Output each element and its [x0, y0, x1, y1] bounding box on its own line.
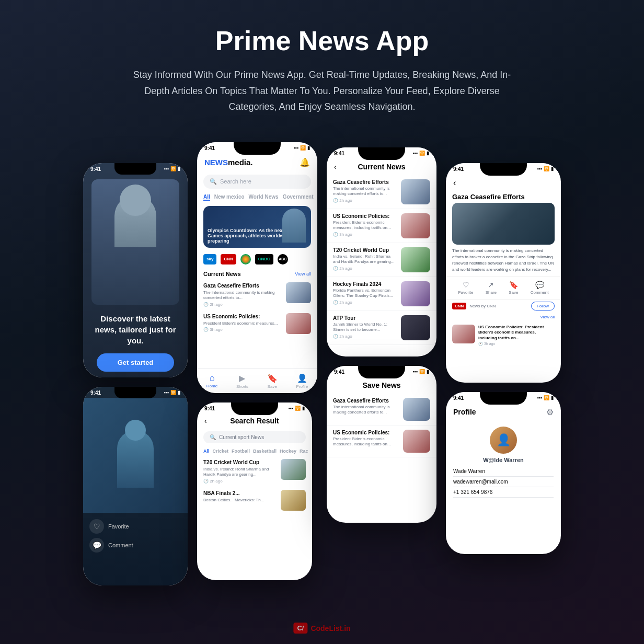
news-item-2-time: 🕐 3h ago [203, 327, 282, 332]
search-result-header: ‹ Search Result [197, 413, 312, 428]
back-arrow-search[interactable]: ‹ [204, 417, 207, 425]
save-item-2[interactable]: US Economic Policies: President Biden's … [327, 426, 436, 457]
fav-action[interactable]: ♡ Favorite [458, 281, 474, 295]
share-action[interactable]: ↗ Share [486, 281, 497, 295]
brand-nbc [240, 254, 251, 264]
sport-basketball[interactable]: Basketball [253, 448, 277, 454]
search-item-1[interactable]: T20 Cricket World Cup India vs. Ireland:… [197, 456, 312, 487]
notch [114, 163, 156, 175]
search-thumb-2 [281, 490, 306, 511]
cat-world[interactable]: World News [249, 194, 279, 201]
share-icon: ↗ [488, 281, 494, 289]
mini-thumb-1 [452, 325, 475, 343]
view-all-main[interactable]: View all [295, 271, 311, 277]
search-placeholder-main: Search here [220, 178, 251, 185]
current-item-2[interactable]: US Economic Policies: President Biden's … [327, 209, 436, 243]
col-far-right: 9:41 ▪▪▪ 🛜 ▮ ‹ Gaza Ceasefire Efforts Th… [446, 142, 561, 554]
cn-desc-3: India vs. Ireland: Rohit Sharma and Hard… [333, 254, 397, 265]
cnn-logo: CNN [452, 303, 466, 309]
search-input[interactable]: 🔍 Current sport News [203, 431, 306, 443]
sport-all[interactable]: All [203, 448, 210, 454]
news-item-1-time: 🕐 2h ago [203, 302, 282, 307]
current-item-5[interactable]: ATP Tour Jannik Sinner to World No. 1: S… [327, 311, 436, 345]
search-bar-main[interactable]: 🔍 Search here [203, 175, 311, 189]
news-item-2[interactable]: US Economic Policies: President Biden's … [197, 310, 317, 337]
get-started-button[interactable]: Get started [97, 353, 175, 372]
search-item-1-time: 🕐 2h ago [203, 479, 277, 484]
cn-time-4: 🕐 2h ago [333, 300, 397, 305]
time-main: 9:41 [204, 145, 215, 151]
cn-title-5: ATP Tour [333, 315, 397, 321]
search-item-2-title: NBA Finals 2... [203, 490, 277, 497]
mini-news-1[interactable]: US Economic Policies: President Biden's … [446, 323, 561, 348]
news-item-1[interactable]: Gaza Ceasefire Efforts The international… [197, 279, 317, 310]
current-item-3[interactable]: T20 Cricket World Cup India vs. Ireland:… [327, 243, 436, 277]
nav-home[interactable]: ⌂ Home [206, 373, 217, 389]
comment-action-art[interactable]: 💬 Comment [531, 281, 549, 295]
sports-actions: ♡ Favorite 💬 Comment [83, 513, 188, 559]
page-title: Prime News App [63, 25, 581, 56]
section-header: Current News View all [197, 268, 317, 279]
phone-profile: 9:41 ▪▪▪ 🛜 ▮ Profile ⚙ 👤 W@lde Warren Wa… [446, 392, 561, 554]
bell-icon[interactable]: 🔔 [300, 157, 310, 167]
sport-rac[interactable]: Rac [300, 448, 308, 454]
cn-thumb-1 [401, 179, 430, 204]
cn-title-3: T20 Cricket World Cup [333, 247, 397, 253]
nav-save[interactable]: 🔖 Save [267, 373, 278, 389]
mini-content-1: US Economic Policies: President Biden's … [478, 325, 555, 346]
comment-label: Comment [108, 542, 133, 548]
save-item-1[interactable]: Gaza Ceasefire Efforts The international… [327, 394, 436, 426]
back-arrow-article[interactable]: ‹ [453, 178, 456, 188]
current-item-4[interactable]: Hockey Finals 2024 Florida Panthers vs. … [327, 277, 436, 311]
notch-save [358, 366, 405, 378]
sport-cricket[interactable]: Cricket [213, 448, 229, 454]
profile-icon: 👤 [297, 373, 307, 383]
search-item-1-desc: India vs. Ireland: Rohit Sharma and Hard… [203, 467, 277, 478]
save-icon-art: 🔖 [509, 281, 518, 289]
save-desc-2: President Biden's economic measures, inc… [333, 436, 399, 447]
field-phone-value: +1 321 654 9876 [453, 489, 554, 495]
brand-cnbc: CNBC [255, 254, 273, 264]
current-item-1[interactable]: Gaza Ceasefire Efforts The international… [327, 175, 436, 209]
sport-football[interactable]: Football [232, 448, 250, 454]
cn-title-2: US Economic Policies: [333, 213, 397, 219]
article-nav: ‹ [446, 174, 561, 190]
news-item-2-content: US Economic Policies: President Biden's … [203, 313, 282, 332]
field-name-value: Wade Warren [453, 468, 554, 474]
brand-sky: sky [203, 254, 216, 264]
signal-1: ▪▪▪ 🛜 ▮ [164, 166, 180, 171]
cn-time-2: 🕐 3h ago [333, 232, 397, 237]
nav-profile[interactable]: 👤 Profile [296, 373, 308, 389]
article-actions: ♡ Favorite ↗ Share 🔖 Save 💬 Comment [446, 276, 561, 299]
search-item-2-desc: Boston Celtics... Mavericks: Th... [203, 498, 277, 503]
search-icon-main: 🔍 [210, 178, 217, 185]
notch-search [231, 402, 278, 415]
nav-shorts[interactable]: ▶ Shorts [236, 373, 248, 389]
save-action[interactable]: 🔖 Save [509, 281, 518, 295]
comment-icon: 💬 [535, 281, 544, 289]
sport-hockey[interactable]: Hockey [280, 448, 296, 454]
cat-newmexico[interactable]: New mexico [214, 194, 245, 201]
search-thumb-1 [281, 459, 306, 480]
follow-button[interactable]: Follow [531, 302, 555, 310]
cn-title-1: Gaza Ceasefire Efforts [333, 179, 397, 185]
brand-abc: ABC [278, 254, 288, 264]
current-item-5-content: ATP Tour Jannik Sinner to World No. 1: S… [333, 315, 397, 339]
sport-tags: All Cricket Football Basketball Hockey R… [197, 446, 312, 456]
cat-all[interactable]: All [203, 194, 210, 201]
back-arrow-current[interactable]: ‹ [334, 163, 337, 171]
featured-card: Olympics Countdown: As the next Olympic … [203, 206, 311, 248]
page-header: Prime News App Stay Informed With Our Pr… [0, 0, 644, 132]
search-item-2[interactable]: NBA Finals 2... Boston Celtics... Maveri… [197, 487, 312, 514]
save-item-1-content: Gaza Ceasefire Efforts The international… [333, 398, 399, 421]
view-all-art[interactable]: View all [540, 315, 555, 320]
article-title: Gaza Ceasefire Efforts [452, 193, 555, 201]
cat-gov[interactable]: Government [283, 194, 314, 201]
cn-thumb-2 [401, 213, 430, 238]
favorite-action: ♡ Favorite [89, 519, 181, 534]
splash-content: Discover the latest news, tailored just … [83, 174, 188, 377]
splash-tagline: Discover the latest news, tailored just … [91, 313, 179, 346]
source-brand: CNN News by CNN [452, 303, 496, 309]
user-avatar: 👤 [490, 427, 517, 454]
gear-icon[interactable]: ⚙ [546, 407, 554, 417]
